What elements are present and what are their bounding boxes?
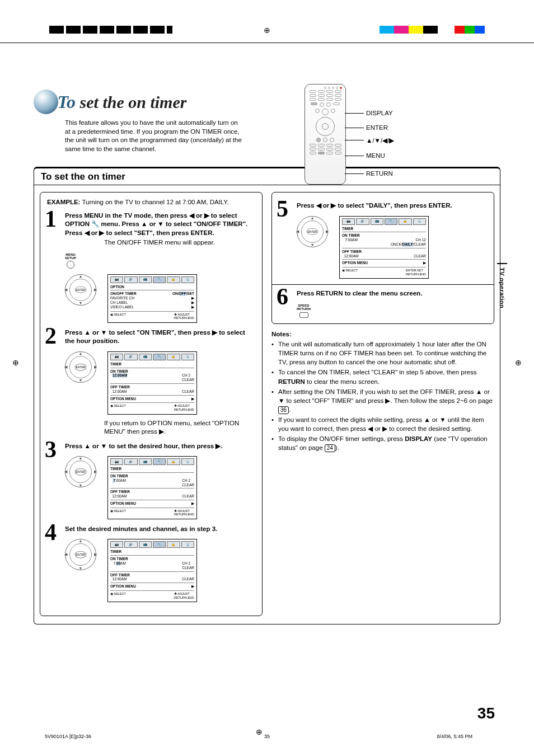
step-4-num: 4: [45, 520, 57, 544]
remote-label-arrows: ▲/▼/◀/▶: [366, 137, 394, 144]
footer-right: 8/4/06, 5:45 PM: [437, 734, 472, 739]
remote-diagram: DISPLAY ENTER ▲/▼/◀/▶ MENU RETURN: [305, 84, 444, 196]
remote-label-menu: MENU: [366, 152, 385, 159]
step-3: 3 Press ▲ or ▼ to set the desired hour, …: [47, 442, 255, 519]
registration-cross-right: ⊕: [515, 358, 522, 368]
step-2-sub: If you return to OPTION menu, select "OP…: [104, 419, 255, 436]
step-6: 6 Press RETURN to clear the menu screen.…: [279, 289, 487, 318]
dpad-icon: ENTER ▲▼◀▶: [297, 216, 328, 247]
step-1: 1 Press MENU in the TV mode, then press …: [47, 212, 255, 323]
return-button-icon: SPEED RETURN: [297, 304, 311, 318]
osd-step-5: 📷🔊📺🔧🔒📡 TIMER ON TIMER 7:00AMCH 12 ONCE/D…: [339, 216, 429, 279]
dpad-icon: ENTER ▲▼◀▶: [65, 456, 96, 487]
step-2-num: 2: [45, 324, 57, 348]
registration-cross-left: ⊕: [12, 358, 19, 368]
step-4-body: Set the desired minutes and channel, as …: [65, 525, 255, 534]
notes: Notes: The unit will automatically turn …: [271, 330, 494, 452]
heading-to: To: [57, 92, 76, 112]
menu-setup-icon: MENU SETUP: [65, 253, 76, 269]
dpad-icon: ENTER ▲▼◀▶: [65, 274, 96, 306]
remote-icon: [305, 84, 346, 185]
note-2: To cancel the ON TIMER, select "CLEAR" i…: [271, 368, 494, 386]
step-1-sub: The ON/OFF TIMER menu will appear.: [104, 238, 255, 247]
osd-step-4: 📷🔊📺🔧🔒📡 TIMER ON TIMER 7:00AMCH 2CLEAR OF…: [107, 539, 197, 602]
side-tab: TV operation: [497, 263, 507, 312]
note-3: After setting the ON TIMER, if you wish …: [271, 387, 494, 414]
example-label: EXAMPLE:: [47, 199, 80, 205]
section-body: EXAMPLE: Turning on the TV to channel 12…: [34, 185, 500, 624]
footer-left: 5V90101A [E]p32-36: [45, 734, 91, 739]
step-3-body: Press ▲ or ▼ to set the desired hour, th…: [65, 442, 255, 451]
step-5-num: 5: [277, 197, 288, 220]
page-number: 35: [477, 705, 495, 722]
note-4: If you want to correct the digits while …: [271, 415, 494, 433]
intro-text: This feature allows you to have the unit…: [65, 119, 244, 153]
step-6-num: 6: [277, 285, 288, 308]
step-3-num: 3: [45, 438, 57, 461]
notes-label: Notes:: [271, 331, 292, 337]
example: EXAMPLE: Turning on the TV to channel 12…: [47, 198, 255, 207]
example-text: Turning on the TV to channel 12 at 7:00 …: [80, 199, 228, 205]
note-1: The unit will automatically turn off app…: [271, 340, 494, 367]
osd-step-3: 📷🔊📺🔧🔒📡 TIMER ON TIMER 7:00AMCH 2CLEAR OF…: [107, 456, 197, 519]
step-2: 2 Press ▲ or ▼ to select "ON TIMER", the…: [47, 328, 255, 436]
footer-center: 35: [264, 734, 270, 739]
remote-label-enter: ENTER: [366, 124, 388, 131]
note-5: To display the ON/OFF timer settings, pr…: [271, 434, 494, 452]
osd-step-1: 📷🔊📺🔧🔒📡 OPTION ON/OFF TIMERON/OFF/SET FAV…: [107, 274, 197, 323]
registration-cross-bottom: ⊕: [256, 727, 263, 737]
sphere-bullet: [34, 90, 58, 114]
remote-label-display: DISPLAY: [366, 110, 393, 116]
step-6-body: Press RETURN to clear the menu screen.: [297, 289, 487, 298]
heading-rest: set the on timer: [76, 93, 186, 111]
step-4: 4 Set the desired minutes and channel, a…: [47, 525, 255, 602]
step-5-body: Press ◀ or ▶ to select "DAILY", then pre…: [297, 201, 487, 210]
remote-label-return: RETURN: [366, 170, 393, 177]
step-2-body: Press ▲ or ▼ to select "ON TIMER", then …: [65, 328, 255, 346]
osd-step-2: 📷🔊📺🔧🔒📡 TIMER ON TIMER 12:00AMCH 2CLEAR O…: [107, 351, 197, 415]
dpad-icon: ENTER ▲▼◀▶: [65, 351, 96, 383]
dpad-icon: ENTER ▲▼◀▶: [65, 539, 96, 570]
step-1-num: 1: [45, 207, 57, 231]
step-5: 5 Press ◀ or ▶ to select "DAILY", then p…: [279, 201, 487, 279]
step-1-body: Press MENU in the TV mode, then press ◀ …: [65, 212, 255, 238]
